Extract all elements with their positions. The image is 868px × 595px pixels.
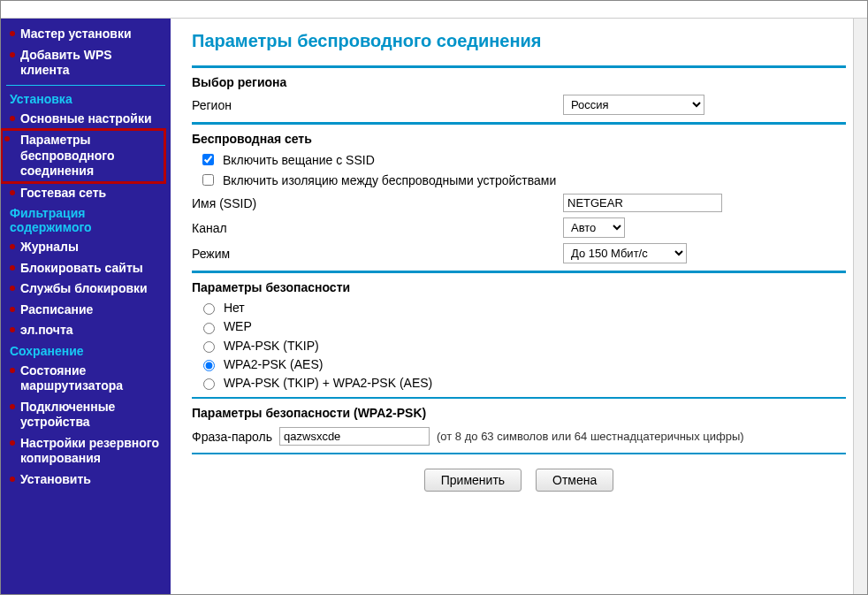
passphrase-input[interactable] (279, 427, 430, 446)
sidebar-item-logs[interactable]: Журналы (6, 237, 165, 258)
region-select[interactable]: Россия (563, 95, 704, 115)
sidebar-item-block-services[interactable]: Службы блокировки (6, 278, 165, 300)
sidebar: Мастер установки Добавить WPS клиента Ус… (1, 19, 171, 594)
security-section-label: Параметры безопасности (192, 280, 846, 294)
broadcast-ssid-checkbox[interactable] (202, 154, 214, 165)
sidebar-item-router-status[interactable]: Состояние маршрутизатора (6, 361, 165, 397)
page-title: Параметры беспроводного соединения (192, 31, 846, 51)
section-divider (192, 271, 846, 273)
section-divider (192, 65, 846, 68)
broadcast-ssid-label: Включить вещание с SSID (223, 153, 375, 167)
cancel-button[interactable]: Отмена (536, 469, 613, 492)
sidebar-item-block-sites[interactable]: Блокировать сайты (6, 258, 165, 279)
security-option-wep[interactable] (203, 323, 215, 334)
sidebar-item-wireless-settings[interactable]: Параметры беспроводного соединения (1, 129, 165, 183)
apply-button[interactable]: Применить (424, 469, 522, 492)
mode-select[interactable]: До 150 Мбит/с (563, 243, 687, 263)
top-bar (1, 1, 867, 19)
sidebar-divider (6, 85, 165, 86)
security-option-wpa-mixed-label: WPA-PSK (TKIP) + WPA2-PSK (AES) (224, 376, 432, 390)
sidebar-item-backup-settings[interactable]: Настройки резервного копирования (6, 433, 165, 469)
security-option-none[interactable] (203, 303, 215, 315)
section-divider (192, 453, 846, 454)
security-option-wpa2-psk-aes-label: WPA2-PSK (AES) (224, 357, 324, 371)
security-option-wpa-psk-tkip-label: WPA-PSK (TKIP) (224, 339, 319, 353)
section-divider (192, 397, 846, 399)
passphrase-section-label: Параметры безопасности (WPA2-PSK) (192, 406, 846, 420)
ssid-label: Имя (SSID) (192, 196, 563, 210)
isolation-label: Включить изоляцию между беспроводными ус… (223, 173, 556, 187)
sidebar-item-schedule[interactable]: Расписание (6, 300, 165, 321)
sidebar-item-setup-wizard[interactable]: Мастер установки (6, 24, 165, 45)
sidebar-section-setup: Установка (6, 89, 165, 109)
sidebar-section-maintenance: Сохранение (6, 341, 165, 361)
section-divider (192, 122, 846, 125)
channel-label: Канал (192, 221, 563, 235)
security-option-none-label: Нет (224, 301, 245, 315)
channel-select[interactable]: Авто (563, 217, 625, 238)
sidebar-item-guest-network[interactable]: Гостевая сеть (6, 183, 165, 204)
sidebar-item-basic-settings[interactable]: Основные настройки (6, 109, 165, 130)
sidebar-item-email[interactable]: эл.почта (6, 320, 165, 341)
isolation-checkbox[interactable] (202, 174, 214, 186)
region-label: Регион (192, 98, 563, 112)
sidebar-section-content-filtering: Фильтрация содержимого (6, 203, 165, 237)
sidebar-item-attached-devices[interactable]: Подключенные устройства (6, 397, 165, 433)
sidebar-item-add-wps-client[interactable]: Добавить WPS клиента (6, 45, 165, 81)
vertical-scrollbar[interactable] (853, 19, 867, 594)
ssid-input[interactable] (563, 194, 722, 212)
passphrase-label: Фраза-пароль (192, 430, 272, 444)
security-option-wpa2-psk-aes[interactable] (203, 360, 215, 371)
security-option-wpa-mixed[interactable] (203, 378, 215, 390)
main-content: Параметры беспроводного соединения Выбор… (171, 19, 867, 594)
sidebar-item-set[interactable]: Установить (6, 469, 165, 491)
security-option-wpa-psk-tkip[interactable] (203, 341, 215, 353)
passphrase-hint: (от 8 до 63 символов или 64 шестнадцатер… (437, 430, 744, 443)
wireless-section-label: Беспроводная сеть (192, 132, 846, 146)
security-option-wep-label: WEP (224, 320, 252, 334)
region-section-label: Выбор региона (192, 75, 846, 89)
mode-label: Режим (192, 247, 563, 261)
